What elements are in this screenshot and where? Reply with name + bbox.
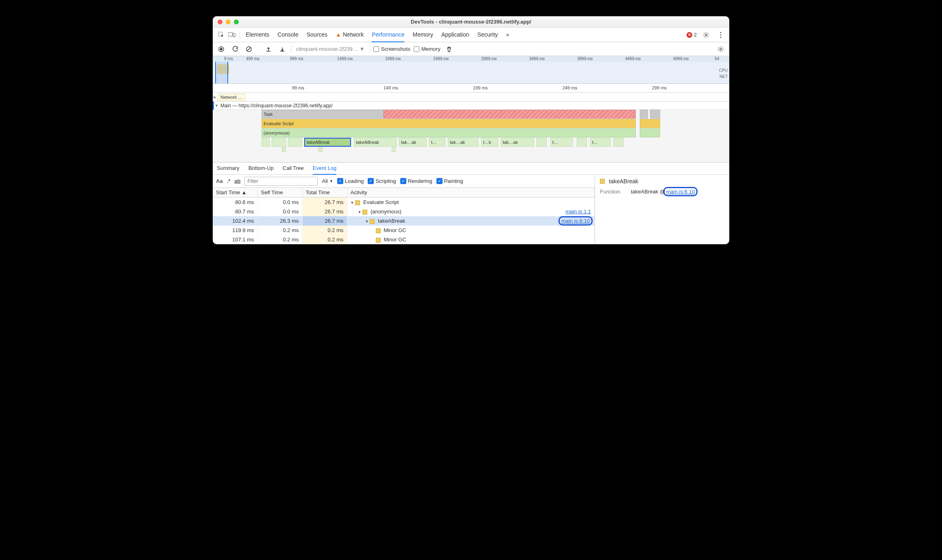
download-profile-button[interactable] — [277, 44, 288, 54]
chevron-down-icon: ▼ — [360, 46, 365, 52]
match-word-toggle[interactable]: ab — [234, 178, 240, 184]
settings-icon[interactable] — [701, 30, 711, 40]
col-total-time[interactable]: Total Time — [302, 188, 347, 198]
close-window-button[interactable] — [218, 20, 222, 24]
flame-evaluate-script[interactable]: Evaluate Script — [262, 119, 636, 128]
tab-bottom-up[interactable]: Bottom-Up — [249, 163, 274, 175]
cell-activity: Minor GC — [347, 235, 595, 244]
flame-sub[interactable] — [282, 147, 286, 152]
cell-start: 107.1 ms — [213, 235, 257, 244]
flame-takeabreak[interactable]: tak…ak — [399, 138, 427, 147]
filter-input[interactable] — [244, 177, 318, 186]
expand-icon[interactable]: ▼ — [351, 201, 354, 205]
tab-performance[interactable]: Performance — [372, 28, 404, 42]
table-row[interactable]: 80.7 ms0.0 ms26.7 ms ▼ (anonymous)main.j… — [213, 207, 595, 216]
main-thread-header[interactable]: ▼ Main — https://clinquant-mousse-2f2396… — [213, 102, 729, 110]
tab-summary[interactable]: Summary — [217, 163, 240, 175]
tab-memory[interactable]: Memory — [412, 28, 433, 42]
checkbox-icon: ✓ — [337, 178, 343, 184]
tab-security[interactable]: Security — [478, 28, 498, 42]
category-color-icon — [355, 200, 360, 205]
flame-takeabreak[interactable]: t… — [550, 138, 573, 147]
network-lane[interactable]: ▶ Network … — [213, 93, 729, 102]
flame-sub[interactable] — [318, 147, 323, 152]
profile-selector[interactable]: clinquant-mousse-2f239… ▼ — [294, 46, 366, 52]
overview-tick: 3999 ms — [577, 56, 593, 61]
detail-function-row: Function takeABreak @ main.js:6:10 — [600, 189, 724, 195]
overview-selection[interactable] — [215, 62, 228, 83]
error-badge[interactable]: ✕ 2 — [687, 32, 697, 38]
source-link[interactable]: main.js:6:10 — [560, 218, 591, 224]
flame-anonymous[interactable]: (anonymous) — [262, 128, 636, 137]
flame-chart[interactable]: Task Evaluate Script (anonymous) takeABr… — [213, 110, 729, 163]
screenshots-checkbox[interactable]: Screenshots — [373, 46, 410, 52]
table-row[interactable]: 119.9 ms0.2 ms0.2 ms Minor GC — [213, 226, 595, 235]
detail-source-link[interactable]: main.js:6:10 — [665, 189, 696, 195]
table-row[interactable]: 107.1 ms0.2 ms0.2 ms Minor GC — [213, 235, 595, 244]
collapse-icon[interactable]: ▼ — [215, 104, 218, 108]
col-start-time[interactable]: Start Time ▲ — [213, 188, 257, 198]
minimize-window-button[interactable] — [226, 20, 231, 24]
flame-takeabreak-selected[interactable]: takeABreak — [304, 138, 351, 147]
flame-takeabreak[interactable]: t… — [429, 138, 445, 147]
overview-timeline[interactable]: 9 ms 499 ms 999 ms 1499 ms 1999 ms 2499 … — [213, 56, 729, 84]
reload-record-button[interactable] — [230, 44, 240, 54]
flame-anonymous[interactable] — [640, 128, 660, 137]
flame-call[interactable] — [536, 138, 547, 147]
clear-button[interactable] — [244, 44, 254, 54]
flame-takeabreak[interactable]: takeABreak — [354, 138, 397, 147]
flame-call[interactable] — [262, 138, 270, 147]
expand-icon[interactable]: ▼ — [358, 210, 362, 214]
svg-rect-1 — [228, 33, 233, 36]
regex-toggle[interactable]: .* — [227, 178, 231, 184]
flame-call[interactable] — [288, 138, 302, 147]
flame-sub[interactable] — [392, 147, 396, 152]
flame-task-long[interactable] — [384, 110, 636, 119]
table-row[interactable]: 102.4 ms26.3 ms26.7 ms ▼ takeABreakmain.… — [213, 216, 595, 226]
upload-profile-button[interactable] — [263, 44, 274, 54]
expand-icon[interactable]: ▶ — [214, 95, 216, 99]
flame-call[interactable] — [272, 138, 286, 147]
tab-network[interactable]: ▲Network — [336, 28, 364, 42]
rendering-checkbox[interactable]: ✓Rendering — [400, 178, 432, 184]
painting-checkbox[interactable]: ✓Painting — [436, 178, 463, 184]
detail-tick: 299 ms — [652, 85, 667, 90]
tab-elements[interactable]: Elements — [246, 28, 269, 42]
scope-selector[interactable]: All▼ — [322, 178, 333, 184]
flame-call[interactable] — [577, 138, 587, 147]
expand-icon[interactable]: ▼ — [365, 219, 369, 224]
device-toolbar-icon[interactable] — [227, 30, 237, 40]
match-case-toggle[interactable]: Aa — [216, 178, 223, 184]
screenshots-checkbox-input[interactable] — [373, 46, 379, 52]
flame-task[interactable] — [650, 110, 660, 119]
flame-takeabreak[interactable]: tak…ak — [448, 138, 478, 147]
flame-takeabreak[interactable]: tak…ak — [501, 138, 534, 147]
record-button[interactable] — [216, 44, 227, 54]
flame-takeabreak[interactable]: t…k — [481, 138, 498, 147]
memory-checkbox-input[interactable] — [414, 46, 419, 52]
flame-task[interactable] — [640, 110, 648, 119]
scripting-checkbox[interactable]: ✓Scripting — [368, 178, 396, 184]
col-self-time[interactable]: Self Time — [257, 188, 302, 198]
source-link[interactable]: main.js:1:1 — [565, 208, 591, 215]
table-row[interactable]: 80.6 ms0.0 ms26.7 ms ▼ Evaluate Script — [213, 198, 595, 207]
capture-settings-icon[interactable] — [715, 44, 726, 54]
loading-checkbox[interactable]: ✓Loading — [337, 178, 364, 184]
tab-event-log[interactable]: Event Log — [313, 163, 337, 175]
memory-checkbox[interactable]: Memory — [414, 46, 440, 52]
col-activity[interactable]: Activity — [347, 188, 595, 198]
flame-task[interactable]: Task — [262, 110, 384, 119]
flame-script[interactable] — [640, 119, 660, 128]
flame-takeabreak[interactable]: t… — [590, 138, 611, 147]
inspect-element-icon[interactable] — [216, 30, 227, 40]
maximize-window-button[interactable] — [234, 20, 239, 24]
flame-call[interactable] — [613, 138, 624, 147]
gc-button[interactable] — [444, 44, 454, 54]
overview-body[interactable]: CPU NET — [213, 62, 729, 83]
tab-call-tree[interactable]: Call Tree — [283, 163, 304, 175]
tab-sources[interactable]: Sources — [307, 28, 327, 42]
kebab-menu-icon[interactable] — [715, 30, 726, 40]
tab-application[interactable]: Application — [441, 28, 469, 42]
tab-console[interactable]: Console — [277, 28, 298, 42]
tabs-overflow[interactable]: » — [506, 28, 509, 42]
